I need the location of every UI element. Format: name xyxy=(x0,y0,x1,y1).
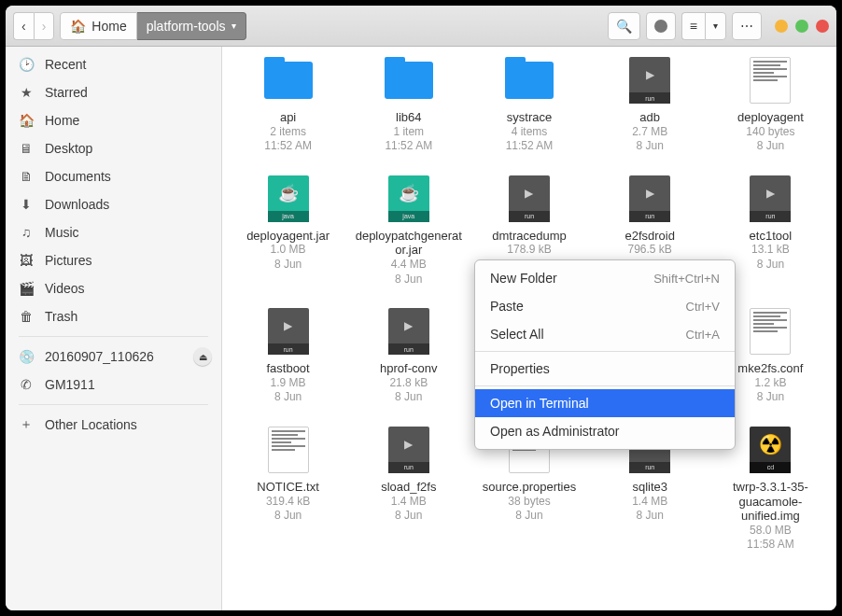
hamburger-menu-button[interactable]: ⋯ xyxy=(732,12,762,40)
context-menu-item[interactable]: New FolderShift+Ctrl+N xyxy=(475,264,735,292)
chevron-down-icon: ▾ xyxy=(232,21,236,31)
context-menu-item[interactable]: Select AllCtrl+A xyxy=(475,320,735,348)
eject-button[interactable]: ⏏ xyxy=(193,347,212,366)
sidebar-item-starred[interactable]: ★Starred xyxy=(6,78,221,106)
sidebar-item-label: Home xyxy=(45,113,79,128)
file-item[interactable]: ▶run fastboot 1.9 MB 8 Jun xyxy=(230,305,346,405)
sidebar-icon: 🖼 xyxy=(19,253,34,268)
context-menu-item[interactable]: Open as Administrator xyxy=(475,417,735,445)
file-icon-box: ☕java xyxy=(383,173,435,225)
file-date: 8 Jun xyxy=(515,509,542,524)
chevron-right-icon: › xyxy=(42,19,47,34)
file-item[interactable]: systrace 4 items 11:52 AM xyxy=(470,54,587,154)
list-icon: ≡ xyxy=(690,19,697,34)
file-name: api xyxy=(280,110,296,125)
file-meta: 1.4 MB xyxy=(391,495,427,510)
file-name: deployagent xyxy=(737,110,804,125)
file-item[interactable]: ☕java deployagent.jar 1.0 MB 8 Jun xyxy=(230,173,346,287)
content-area[interactable]: api 2 items 11:52 AM lib64 1 item 11:52 … xyxy=(222,47,836,610)
file-item[interactable]: ▶run sload_f2fs 1.4 MB 8 Jun xyxy=(350,424,467,553)
file-item[interactable]: ☕java deploypatchgenerator.jar 4.4 MB 8 … xyxy=(350,173,467,287)
file-item[interactable]: lib64 1 item 11:52 AM xyxy=(350,54,467,154)
sidebar-device[interactable]: 💿20160907_110626⏏ xyxy=(6,343,221,371)
home-icon: 🏠 xyxy=(70,19,86,34)
context-menu-label: Select All xyxy=(490,327,544,342)
file-meta: 140 bytes xyxy=(746,125,794,140)
file-date: 8 Jun xyxy=(274,258,302,273)
file-meta: 796.5 kB xyxy=(628,243,672,258)
file-name: deploypatchgenerator.jar xyxy=(353,229,465,258)
file-date: 8 Jun xyxy=(395,273,422,287)
file-meta: 58.0 MB xyxy=(750,524,792,539)
context-menu-separator xyxy=(475,351,735,352)
sidebar-item-trash[interactable]: 🗑Trash xyxy=(6,302,221,330)
sidebar-item-label: Music xyxy=(45,225,79,240)
status-indicator[interactable] xyxy=(646,12,676,40)
file-name: e2fsdroid xyxy=(624,229,674,244)
file-meta: 1.9 MB xyxy=(271,376,306,391)
list-view-button[interactable]: ≡ xyxy=(681,12,705,40)
breadcrumb-current[interactable]: platform-tools ▾ xyxy=(137,12,246,40)
file-item[interactable]: ▶run adb 2.7 MB 8 Jun xyxy=(592,54,709,154)
sidebar-item-label: Videos xyxy=(45,281,85,296)
file-icon-box xyxy=(262,424,315,476)
file-meta: 1.0 MB xyxy=(271,243,306,258)
disk-image-icon: ☢️cd xyxy=(750,427,791,473)
close-button[interactable] xyxy=(816,20,829,33)
folder-icon xyxy=(505,62,554,99)
context-menu-item[interactable]: PasteCtrl+V xyxy=(475,292,735,320)
sidebar-item-label: Recent xyxy=(45,57,86,72)
maximize-button[interactable] xyxy=(795,20,808,33)
file-name: etc1tool xyxy=(750,229,793,244)
file-meta: 2.7 MB xyxy=(632,125,667,140)
sidebar-item-label: Documents xyxy=(45,169,111,184)
sidebar-item-videos[interactable]: 🎬Videos xyxy=(6,274,221,302)
back-button[interactable]: ‹ xyxy=(13,12,34,40)
file-meta: 13.1 kB xyxy=(751,243,790,258)
search-button[interactable]: 🔍 xyxy=(608,12,640,40)
sidebar-item-label: Downloads xyxy=(45,197,109,212)
file-item[interactable]: deployagent 140 bytes 8 Jun xyxy=(712,54,829,154)
sidebar-other-locations[interactable]: ＋ Other Locations xyxy=(6,411,221,439)
body: 🕑Recent★Starred🏠Home🖥Desktop🗎Documents⬇D… xyxy=(6,47,836,610)
file-date: 8 Jun xyxy=(757,139,784,154)
sidebar-separator xyxy=(19,404,208,405)
sidebar-item-label: Trash xyxy=(45,309,77,324)
context-menu-item[interactable]: Properties xyxy=(475,355,735,383)
sidebar-item-music[interactable]: ♫Music xyxy=(6,218,221,246)
file-meta: 2 items xyxy=(270,125,306,140)
file-item[interactable]: ▶run hprof-conv 21.8 kB 8 Jun xyxy=(350,305,467,405)
context-menu-item[interactable]: Open in Terminal xyxy=(475,389,735,417)
sidebar-icon: ★ xyxy=(19,85,34,100)
executable-icon: ▶run xyxy=(629,175,670,222)
sidebar-item-documents[interactable]: 🗎Documents xyxy=(6,162,221,190)
context-menu-separator xyxy=(475,385,735,386)
view-buttons: ≡ ▾ xyxy=(681,12,726,40)
menu-icon: ⋯ xyxy=(740,19,753,34)
file-item[interactable]: NOTICE.txt 319.4 kB 8 Jun xyxy=(230,424,346,553)
breadcrumb-home[interactable]: 🏠 Home xyxy=(60,12,136,40)
sidebar-item-desktop[interactable]: 🖥Desktop xyxy=(6,134,221,162)
sidebar-item-home[interactable]: 🏠Home xyxy=(6,106,221,134)
file-date: 8 Jun xyxy=(637,509,664,524)
view-dropdown-button[interactable]: ▾ xyxy=(705,12,726,40)
sidebar-item-recent[interactable]: 🕑Recent xyxy=(6,50,221,78)
file-meta: 1.2 kB xyxy=(754,376,786,391)
file-name: adb xyxy=(639,110,660,125)
file-name: deployagent.jar xyxy=(246,229,330,244)
file-icon-box: ▶run xyxy=(503,173,555,225)
sidebar-icon: 🎬 xyxy=(19,281,34,296)
device-icon: ✆ xyxy=(19,377,34,392)
sidebar-item-downloads[interactable]: ⬇Downloads xyxy=(6,190,221,218)
file-date: 11:58 AM xyxy=(747,538,794,553)
file-item[interactable]: api 2 items 11:52 AM xyxy=(230,54,346,154)
executable-icon: ▶run xyxy=(629,57,670,104)
folder-icon xyxy=(264,62,313,99)
sidebar-item-pictures[interactable]: 🖼Pictures xyxy=(6,246,221,274)
sidebar-device[interactable]: ✆GM1911 xyxy=(6,371,221,399)
minimize-button[interactable] xyxy=(775,20,788,33)
file-icon-box: ▶run xyxy=(624,173,676,225)
search-icon: 🔍 xyxy=(616,19,632,34)
file-name: sqlite3 xyxy=(632,480,667,495)
forward-button[interactable]: › xyxy=(34,12,55,40)
